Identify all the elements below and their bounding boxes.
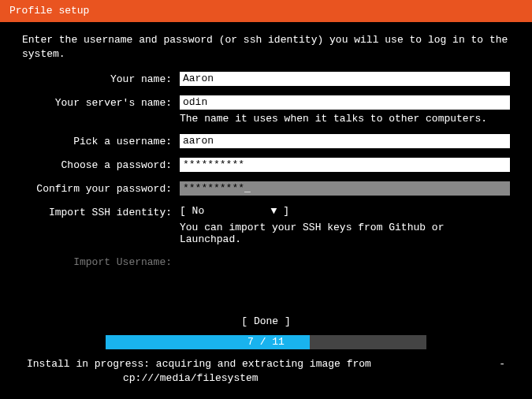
row-import-username: Import Username: bbox=[22, 255, 510, 268]
status-line-2: cp:///media/filesystem bbox=[27, 371, 505, 386]
done-row: [ Done ] bbox=[22, 315, 510, 327]
done-label: Done bbox=[254, 315, 278, 327]
row-username: Pick a username: aaron bbox=[22, 134, 510, 148]
bracket-right: ] bbox=[278, 315, 291, 327]
intro-text: Enter the username and password (or ssh … bbox=[22, 33, 510, 61]
username-label: Pick a username: bbox=[22, 134, 180, 148]
password-label: Choose a password: bbox=[22, 158, 180, 172]
username-input[interactable]: aaron bbox=[180, 134, 510, 148]
title-text: Profile setup bbox=[9, 5, 89, 17]
row-ssh-identity: Import SSH identity: [ No▼ ] bbox=[22, 205, 510, 218]
row-server-helper: The name it uses when it talks to other … bbox=[22, 111, 510, 125]
server-name-input[interactable]: odin bbox=[180, 95, 510, 110]
password-input[interactable]: ********** bbox=[180, 158, 510, 172]
row-your-name: Your name: Aaron bbox=[22, 72, 510, 86]
server-name-label: Your server's name: bbox=[22, 95, 180, 110]
row-server-name: Your server's name: odin bbox=[22, 95, 510, 110]
status-area: Install in progress: acquiring and extra… bbox=[0, 349, 532, 385]
progress-text: 7 / 11 bbox=[106, 335, 426, 349]
main-content: Enter the username and password (or ssh … bbox=[0, 22, 532, 349]
import-username-label: Import Username: bbox=[22, 255, 180, 268]
spinner-icon: - bbox=[499, 357, 505, 371]
server-name-helper: The name it uses when it talks to other … bbox=[180, 111, 510, 125]
ssh-identity-dropdown[interactable]: [ No▼ ] bbox=[180, 205, 289, 217]
row-password: Choose a password: ********** bbox=[22, 158, 510, 172]
confirm-password-value: ********** bbox=[183, 182, 244, 194]
done-button[interactable]: [ Done ] bbox=[241, 315, 290, 327]
your-name-label: Your name: bbox=[22, 72, 180, 86]
progress-bar-track: 7 / 11 bbox=[106, 335, 426, 349]
bracket-right: ] bbox=[277, 205, 289, 217]
bracket-left: [ bbox=[180, 205, 192, 217]
confirm-password-input[interactable]: **********_ bbox=[180, 181, 510, 196]
row-ssh-helper: You can import your SSH keys from Github… bbox=[22, 220, 510, 245]
confirm-password-label: Confirm your password: bbox=[22, 181, 180, 196]
ssh-identity-label: Import SSH identity: bbox=[22, 205, 180, 218]
status-line-1: Install in progress: acquiring and extra… bbox=[27, 358, 371, 370]
bracket-left: [ bbox=[241, 315, 254, 327]
text-cursor: _ bbox=[244, 182, 251, 194]
your-name-input[interactable]: Aaron bbox=[180, 72, 510, 86]
row-confirm-password: Confirm your password: **********_ bbox=[22, 181, 510, 196]
ssh-identity-value: No bbox=[192, 205, 271, 217]
title-bar: Profile setup bbox=[0, 0, 532, 22]
ssh-identity-helper: You can import your SSH keys from Github… bbox=[180, 220, 510, 245]
profile-form: Your name: Aaron Your server's name: odi… bbox=[22, 72, 510, 268]
